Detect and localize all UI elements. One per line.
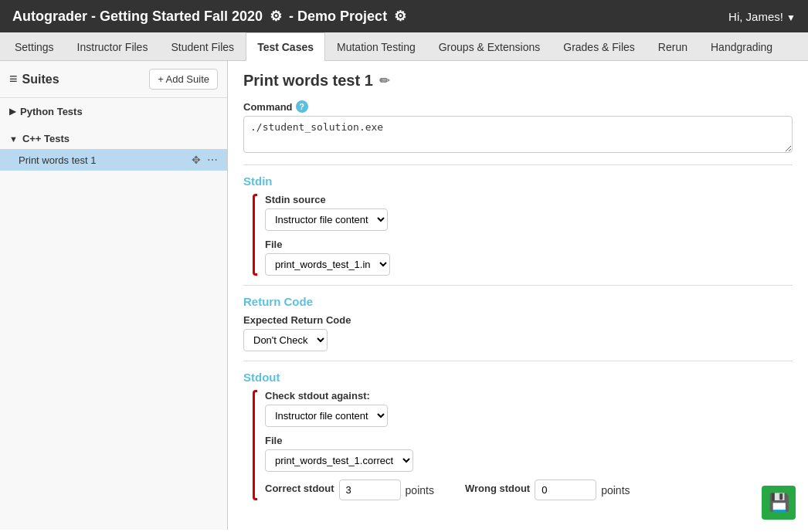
return-code-group: Expected Return Code Don't Check 0 1 — [243, 314, 793, 351]
arrow-icon: ▶ — [9, 107, 15, 117]
correct-stdout-group: Correct stdout points — [265, 479, 434, 500]
divider-3 — [243, 361, 793, 361]
divider-1 — [243, 164, 793, 165]
nav-groups-extensions[interactable]: Groups & Extensions — [427, 32, 552, 61]
header-gear2[interactable]: ⚙ — [394, 8, 406, 25]
wrong-stdout-label: Wrong stdout — [465, 483, 530, 494]
nav-settings[interactable]: Settings — [3, 32, 66, 61]
suite-cpp-label: C++ Tests — [22, 133, 70, 144]
sidebar-title: ≡ Suites — [9, 71, 59, 87]
expected-return-code-field: Expected Return Code Don't Check 0 1 — [243, 314, 793, 351]
project-title: Demo Project — [297, 8, 387, 24]
sidebar-title-text: Suites — [22, 73, 59, 86]
command-field: Command ? — [243, 100, 793, 155]
stdin-source-select[interactable]: Instructor file content Text None — [265, 208, 388, 231]
content-area: Print words test 1 ✏ Command ? Stdin Std… — [228, 61, 808, 530]
save-button[interactable]: 💾 — [762, 486, 796, 520]
stdin-file-select[interactable]: print_words_test_1.in — [265, 253, 390, 276]
edit-icon[interactable]: ✏ — [379, 73, 389, 88]
nav-bar: Settings Instructor Files Student Files … — [0, 32, 808, 61]
suite-group-python: ▶ Python Tests — [0, 98, 227, 125]
correct-points-label: points — [406, 484, 434, 496]
title-text: Autograder - Getting Started Fall 2020 — [12, 8, 263, 24]
nav-test-cases[interactable]: Test Cases — [246, 32, 325, 61]
suite-cpp-tests[interactable]: ▼ C++ Tests — [0, 128, 227, 149]
command-help-icon[interactable]: ? — [296, 100, 308, 113]
main-layout: ≡ Suites + Add Suite ▶ Python Tests ▼ C+… — [0, 61, 808, 530]
arrow-expanded-icon: ▼ — [9, 134, 18, 144]
wrong-points-label: points — [601, 484, 630, 496]
nav-grades-files[interactable]: Grades & Files — [552, 32, 647, 61]
suite-group-cpp: ▼ C++ Tests Print words test 1 ✥ ⋯ — [0, 125, 227, 174]
header-gear1[interactable]: ⚙ — [270, 8, 282, 25]
header: Autograder - Getting Started Fall 2020 ⚙… — [0, 0, 808, 32]
stdout-file-field: File print_words_test_1.correct — [265, 435, 793, 472]
expected-return-code-select[interactable]: Don't Check 0 1 — [243, 329, 328, 351]
test-case-actions: ✥ ⋯ — [192, 154, 218, 166]
stdin-source-field: Stdin source Instructor file content Tex… — [265, 194, 793, 231]
suite-python-tests[interactable]: ▶ Python Tests — [0, 101, 227, 122]
user-caret-icon: ▼ — [786, 12, 796, 23]
nav-instructor-files[interactable]: Instructor Files — [66, 32, 160, 61]
stdin-bracket-group: Stdin source Instructor file content Tex… — [253, 194, 793, 276]
correct-stdout-label: Correct stdout — [265, 483, 334, 494]
stdout-bracket-group: Check stdout against: Instructor file co… — [253, 390, 793, 500]
stdin-file-field: File print_words_test_1.in — [265, 239, 793, 276]
stdin-file-label: File — [265, 239, 793, 250]
expected-return-code-label: Expected Return Code — [243, 314, 793, 326]
check-stdout-field: Check stdout against: Instructor file co… — [265, 390, 793, 427]
add-suite-button[interactable]: + Add Suite — [149, 69, 218, 90]
test-case-item[interactable]: Print words test 1 ✥ ⋯ — [0, 149, 227, 171]
stdout-file-select[interactable]: print_words_test_1.correct — [265, 449, 413, 472]
test-case-title: Print words test 1 — [243, 72, 373, 90]
command-label-text: Command — [243, 101, 293, 113]
app-title: Autograder - Getting Started Fall 2020 ⚙… — [12, 8, 409, 24]
hamburger-icon: ≡ — [9, 71, 18, 87]
test-case-label: Print words test 1 — [19, 154, 96, 166]
nav-rerun[interactable]: Rerun — [647, 32, 699, 61]
command-input[interactable] — [243, 116, 793, 153]
username: Hi, James! — [728, 10, 783, 23]
wrong-stdout-input[interactable] — [535, 479, 596, 500]
more-icon[interactable]: ⋯ — [207, 154, 218, 166]
check-stdout-select[interactable]: Instructor file content Text None — [265, 405, 388, 427]
return-code-section-label: Return Code — [243, 295, 793, 308]
nav-mutation-testing[interactable]: Mutation Testing — [325, 32, 427, 61]
divider-2 — [243, 285, 793, 286]
suite-python-label: Python Tests — [20, 106, 83, 117]
save-icon: 💾 — [769, 493, 789, 513]
header-title: Autograder - Getting Started Fall 2020 ⚙… — [12, 8, 409, 25]
wrong-stdout-group: Wrong stdout points — [465, 479, 630, 500]
stdin-source-label: Stdin source — [265, 194, 793, 205]
sidebar-header: ≡ Suites + Add Suite — [0, 61, 227, 98]
stdout-section-label: Stdout — [243, 371, 793, 384]
nav-handgrading[interactable]: Handgrading — [699, 32, 784, 61]
title-separator: - — [289, 8, 297, 24]
stdin-section-label: Stdin — [243, 175, 793, 188]
content-title-row: Print words test 1 ✏ — [243, 72, 793, 90]
drag-icon[interactable]: ✥ — [192, 154, 201, 166]
sidebar: ≡ Suites + Add Suite ▶ Python Tests ▼ C+… — [0, 61, 228, 530]
nav-student-files[interactable]: Student Files — [159, 32, 246, 61]
check-stdout-label: Check stdout against: — [265, 390, 793, 402]
user-menu[interactable]: Hi, James! ▼ — [728, 10, 796, 23]
correct-stdout-input[interactable] — [339, 479, 401, 500]
points-row: Correct stdout points Wrong stdout point… — [265, 479, 793, 500]
stdout-file-label: File — [265, 435, 793, 446]
command-label: Command ? — [243, 100, 793, 113]
